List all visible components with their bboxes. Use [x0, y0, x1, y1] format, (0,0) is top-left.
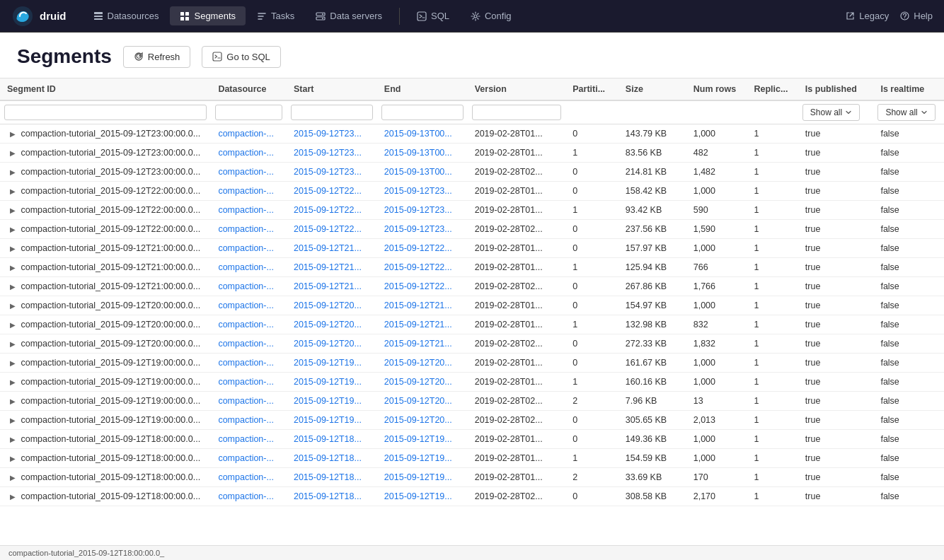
start-link[interactable]: 2015-09-12T18...: [294, 434, 362, 444]
datasource-link[interactable]: compaction-...: [218, 358, 274, 368]
row-expand-button[interactable]: ▶: [7, 281, 18, 292]
start-link[interactable]: 2015-09-12T19...: [294, 377, 362, 387]
datasource-link[interactable]: compaction-...: [218, 472, 274, 482]
end-link[interactable]: 2015-09-13T00...: [384, 148, 452, 158]
end-link[interactable]: 2015-09-12T23...: [384, 186, 452, 196]
end-link[interactable]: 2015-09-12T19...: [384, 453, 452, 463]
end-link[interactable]: 2015-09-12T19...: [384, 472, 452, 482]
datasource-link[interactable]: compaction-...: [218, 129, 274, 139]
version-filter[interactable]: [472, 105, 562, 120]
start-link[interactable]: 2015-09-12T20...: [294, 301, 362, 310]
datasource-link[interactable]: compaction-...: [218, 167, 274, 177]
datasource-link[interactable]: compaction-...: [218, 320, 274, 329]
segment-id-filter[interactable]: [4, 105, 207, 120]
row-expand-button[interactable]: ▶: [7, 224, 18, 235]
row-expand-button[interactable]: ▶: [7, 186, 18, 197]
end-link[interactable]: 2015-09-12T22...: [384, 262, 452, 272]
datasource-link[interactable]: compaction-...: [218, 396, 274, 406]
refresh-button[interactable]: Refresh: [123, 46, 191, 68]
end-link[interactable]: 2015-09-12T21...: [384, 339, 452, 349]
go-to-sql-button[interactable]: Go to SQL: [202, 46, 280, 68]
datasource-link[interactable]: compaction-...: [218, 186, 274, 196]
datasource-link[interactable]: compaction-...: [218, 434, 274, 444]
end-link[interactable]: 2015-09-12T20...: [384, 415, 452, 425]
row-expand-button[interactable]: ▶: [7, 301, 18, 311]
row-expand-button[interactable]: ▶: [7, 491, 18, 502]
start-link[interactable]: 2015-09-12T21...: [294, 281, 362, 291]
start-link[interactable]: 2015-09-12T22...: [294, 186, 362, 196]
show-all-published-button[interactable]: Show all: [802, 104, 860, 121]
row-expand-button[interactable]: ▶: [7, 262, 18, 273]
row-expand-button[interactable]: ▶: [7, 320, 18, 330]
cell-is-published: true: [798, 296, 874, 315]
nav-item-sql[interactable]: SQL: [407, 6, 459, 25]
nav-legacy[interactable]: Legacy: [846, 11, 889, 21]
start-link[interactable]: 2015-09-12T23...: [294, 129, 362, 139]
start-link[interactable]: 2015-09-12T22...: [294, 224, 362, 234]
start-link[interactable]: 2015-09-12T21...: [294, 262, 362, 272]
datasource-link[interactable]: compaction-...: [218, 243, 274, 253]
end-link[interactable]: 2015-09-12T23...: [384, 205, 452, 215]
end-link[interactable]: 2015-09-12T20...: [384, 377, 452, 387]
end-link[interactable]: 2015-09-12T22...: [384, 281, 452, 291]
datasource-link[interactable]: compaction-...: [218, 377, 274, 387]
row-expand-button[interactable]: ▶: [7, 472, 18, 483]
start-link[interactable]: 2015-09-12T18...: [294, 453, 362, 463]
datasource-link[interactable]: compaction-...: [218, 148, 274, 158]
nav-item-data-servers[interactable]: Data servers: [306, 6, 392, 25]
start-link[interactable]: 2015-09-12T20...: [294, 320, 362, 329]
datasource-link[interactable]: compaction-...: [218, 301, 274, 310]
row-expand-button[interactable]: ▶: [7, 415, 18, 426]
row-expand-button[interactable]: ▶: [7, 453, 18, 464]
start-link[interactable]: 2015-09-12T19...: [294, 358, 362, 368]
row-expand-button[interactable]: ▶: [7, 339, 18, 349]
nav-item-segments[interactable]: Segments: [170, 6, 246, 25]
end-link[interactable]: 2015-09-12T21...: [384, 301, 452, 310]
start-link[interactable]: 2015-09-12T22...: [294, 205, 362, 215]
nav-help[interactable]: Help: [900, 11, 933, 21]
show-all-realtime-button[interactable]: Show all: [877, 104, 935, 121]
datasource-link[interactable]: compaction-...: [218, 205, 274, 215]
end-link[interactable]: 2015-09-13T00...: [384, 167, 452, 177]
datasource-link[interactable]: compaction-...: [218, 453, 274, 463]
row-expand-button[interactable]: ▶: [7, 167, 18, 177]
end-link[interactable]: 2015-09-12T22...: [384, 243, 452, 253]
datasource-link[interactable]: compaction-...: [218, 491, 274, 501]
end-link[interactable]: 2015-09-12T23...: [384, 224, 452, 234]
start-link[interactable]: 2015-09-12T19...: [294, 396, 362, 406]
end-link[interactable]: 2015-09-12T20...: [384, 358, 452, 368]
start-link[interactable]: 2015-09-12T23...: [294, 167, 362, 177]
nav-item-datasources[interactable]: Datasources: [84, 6, 169, 25]
start-link[interactable]: 2015-09-12T18...: [294, 472, 362, 482]
end-filter[interactable]: [381, 105, 464, 120]
row-expand-button[interactable]: ▶: [7, 243, 18, 254]
datasource-filter[interactable]: [215, 105, 282, 120]
datasource-link[interactable]: compaction-...: [218, 281, 274, 291]
end-link[interactable]: 2015-09-12T20...: [384, 396, 452, 406]
row-expand-button[interactable]: ▶: [7, 358, 18, 368]
end-link[interactable]: 2015-09-12T19...: [384, 434, 452, 444]
druid-logo-icon: [11, 5, 34, 28]
end-link[interactable]: 2015-09-12T21...: [384, 320, 452, 329]
start-filter[interactable]: [291, 105, 373, 120]
datasource-link[interactable]: compaction-...: [218, 224, 274, 234]
nav-item-tasks[interactable]: Tasks: [247, 6, 304, 25]
start-link[interactable]: 2015-09-12T18...: [294, 491, 362, 501]
row-expand-button[interactable]: ▶: [7, 205, 18, 216]
row-expand-button[interactable]: ▶: [7, 377, 18, 387]
row-expand-button[interactable]: ▶: [7, 148, 18, 158]
datasource-link[interactable]: compaction-...: [218, 339, 274, 349]
start-link[interactable]: 2015-09-12T21...: [294, 243, 362, 253]
end-link[interactable]: 2015-09-13T00...: [384, 129, 452, 139]
start-link[interactable]: 2015-09-12T20...: [294, 339, 362, 349]
datasource-link[interactable]: compaction-...: [218, 262, 274, 272]
row-expand-button[interactable]: ▶: [7, 434, 18, 445]
datasource-link[interactable]: compaction-...: [218, 415, 274, 425]
start-link[interactable]: 2015-09-12T19...: [294, 415, 362, 425]
end-link[interactable]: 2015-09-12T19...: [384, 491, 452, 501]
row-expand-button[interactable]: ▶: [7, 396, 18, 407]
start-link[interactable]: 2015-09-12T23...: [294, 148, 362, 158]
nav-item-config[interactable]: Config: [461, 6, 522, 25]
row-expand-button[interactable]: ▶: [7, 129, 18, 139]
cell-version: 2019-02-28T02...: [468, 334, 566, 354]
